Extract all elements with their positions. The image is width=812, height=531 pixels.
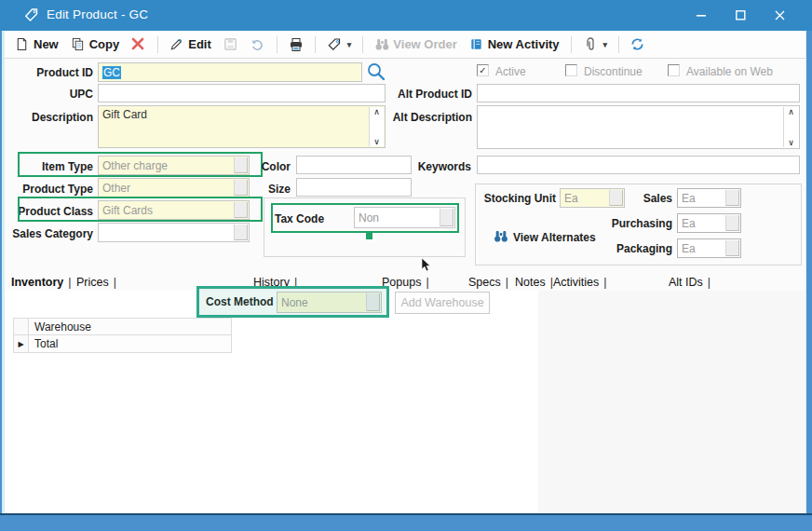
size-field[interactable] xyxy=(296,178,412,197)
sales-category-dropdown-button[interactable] xyxy=(234,225,248,240)
description-label: Description xyxy=(3,111,93,124)
check-mark-icon: ✓ xyxy=(479,65,486,75)
tab-activities[interactable]: Activities| xyxy=(553,276,607,289)
row-selector-cell[interactable]: ▶ xyxy=(13,334,29,353)
attachment-button[interactable]: ▾ xyxy=(580,35,611,54)
binoculars-icon xyxy=(374,37,389,52)
print-button[interactable] xyxy=(286,35,306,54)
alt-description-label: Alt Description xyxy=(382,111,472,124)
stocking-unit-dropdown[interactable]: Ea xyxy=(560,188,625,208)
view-order-label: View Order xyxy=(393,37,456,51)
product-id-value: GC xyxy=(102,66,121,79)
product-id-field[interactable]: GC xyxy=(98,62,362,82)
warehouse-column-header[interactable]: Warehouse xyxy=(28,318,232,335)
tab-separator: | xyxy=(708,276,710,289)
edit-button-label: Edit xyxy=(188,37,211,51)
discontinue-checkbox-label: Discontinue xyxy=(584,65,643,78)
toolbar-separator xyxy=(277,36,277,53)
undo-icon xyxy=(250,37,265,52)
new-button[interactable]: New xyxy=(12,35,61,54)
tab-notes[interactable]: Notes| xyxy=(515,276,553,289)
tax-code-dropdown[interactable]: Non xyxy=(354,207,455,228)
product-class-dropdown[interactable]: Gift Cards xyxy=(98,200,250,220)
purchasing-unit-value: Ea xyxy=(682,217,696,230)
active-checkbox[interactable]: ✓ xyxy=(477,64,489,76)
tab-history[interactable]: History| xyxy=(253,276,297,289)
active-checkbox-label: Active xyxy=(495,65,526,78)
save-button xyxy=(221,35,241,54)
tag-label-button[interactable]: ▾ xyxy=(324,35,355,54)
cost-method-dropdown[interactable]: None xyxy=(277,292,382,313)
color-field[interactable] xyxy=(296,156,412,174)
product-type-dropdown[interactable]: Other xyxy=(98,178,250,197)
search-icon[interactable] xyxy=(366,61,386,86)
tab-popups[interactable]: Popups| xyxy=(382,276,429,289)
sales-unit-dropdown[interactable]: Ea xyxy=(677,188,741,208)
discontinue-checkbox[interactable] xyxy=(565,64,577,76)
sales-unit-dropdown-button[interactable] xyxy=(725,190,739,206)
toolbar-separator xyxy=(618,36,619,53)
new-activity-button[interactable]: New Activity xyxy=(467,35,562,54)
item-type-dropdown[interactable]: Other charge xyxy=(98,156,250,175)
chevron-down-icon: ▾ xyxy=(347,40,352,49)
delete-button[interactable] xyxy=(129,35,149,54)
maximize-icon[interactable] xyxy=(728,6,752,24)
undo-button xyxy=(248,35,268,54)
color-label: Color xyxy=(248,160,291,173)
edit-product-window: Edit Product - GC New Copy Edit xyxy=(0,0,812,531)
cost-method-label: Cost Method xyxy=(206,295,275,308)
item-type-dropdown-button[interactable] xyxy=(234,157,248,173)
packaging-unit-dropdown[interactable]: Ea xyxy=(677,238,741,258)
tab-alt-ids[interactable]: Alt IDs| xyxy=(669,276,710,289)
keywords-field[interactable] xyxy=(477,156,800,174)
tax-code-label: Tax Code xyxy=(275,212,331,225)
view-alternates-button[interactable]: View Alternates xyxy=(513,231,596,244)
table-row-total[interactable]: Total xyxy=(28,334,232,353)
notebook-icon xyxy=(469,37,484,52)
spin-down-icon[interactable]: ∨ xyxy=(373,137,380,146)
purchasing-unit-dropdown-button[interactable] xyxy=(725,215,739,231)
minimize-icon[interactable] xyxy=(689,6,713,24)
spin-down-icon[interactable]: ∨ xyxy=(788,138,794,147)
upc-field[interactable] xyxy=(98,84,386,102)
titlebar[interactable]: Edit Product - GC xyxy=(0,0,812,31)
tab-inventory[interactable]: Inventory| xyxy=(11,276,72,289)
alt-product-id-label: Alt Product ID xyxy=(382,88,472,101)
spin-up-icon[interactable]: ∧ xyxy=(373,107,380,116)
tax-code-dropdown-button[interactable] xyxy=(440,209,453,226)
tag-icon xyxy=(24,7,39,22)
stocking-unit-label: Stocking Unit xyxy=(470,192,556,205)
purchasing-unit-dropdown[interactable]: Ea xyxy=(677,213,741,233)
chevron-down-icon: ▾ xyxy=(603,40,608,49)
tab-separator: | xyxy=(114,276,116,289)
stocking-unit-dropdown-button[interactable] xyxy=(609,190,623,206)
product-class-dropdown-button[interactable] xyxy=(234,202,248,218)
sales-unit-label: Sales xyxy=(624,192,672,205)
description-value: Gift Card xyxy=(102,108,147,121)
sales-category-dropdown[interactable] xyxy=(98,223,250,242)
paperclip-icon xyxy=(583,37,598,52)
refresh-icon xyxy=(630,37,645,52)
refresh-button[interactable] xyxy=(628,35,648,54)
packaging-unit-dropdown-button[interactable] xyxy=(725,240,739,256)
spin-up-icon[interactable]: ∧ xyxy=(788,107,794,116)
grid-corner-cell xyxy=(13,318,29,335)
copy-button[interactable]: Copy xyxy=(68,35,123,54)
tab-specs[interactable]: Specs| xyxy=(468,276,508,289)
product-type-dropdown-button[interactable] xyxy=(234,180,248,196)
available-on-web-checkbox[interactable] xyxy=(668,64,680,76)
close-icon[interactable] xyxy=(767,6,792,24)
sales-category-label: Sales Category xyxy=(3,227,93,240)
edit-button[interactable]: Edit xyxy=(167,35,214,54)
tab-separator: | xyxy=(603,276,606,289)
tab-prices[interactable]: Prices| xyxy=(76,276,116,289)
background-area xyxy=(538,291,806,513)
alt-description-field[interactable]: ∧ ∨ xyxy=(477,105,800,149)
cost-method-dropdown-button[interactable] xyxy=(366,293,380,311)
alt-product-id-field[interactable] xyxy=(477,84,800,102)
description-field[interactable]: Gift Card ∧ ∨ xyxy=(98,105,386,148)
alt-description-scrollbar[interactable]: ∧ ∨ xyxy=(783,107,798,147)
tax-code-value: Non xyxy=(359,211,379,225)
add-warehouse-button: Add Warehouse xyxy=(395,292,490,314)
window-border xyxy=(2,31,5,513)
